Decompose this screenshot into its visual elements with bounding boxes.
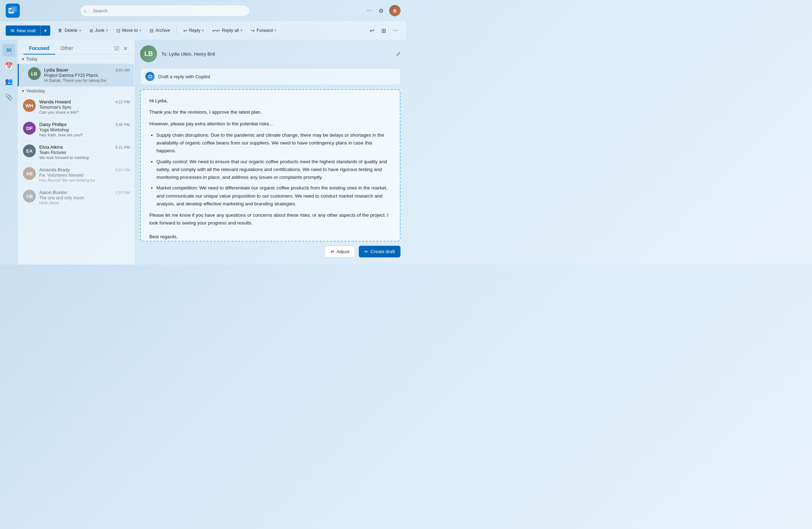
adjust-icon: ⇌ [330,249,334,254]
forward-dropdown-icon: ▾ [275,29,276,32]
draft-greeting: Hi Lydia, [149,97,391,105]
avatar-lydia-bauer: LB [28,67,41,80]
email-time: 1:07 PM [115,190,130,195]
email-to-line: To: Lydia Utkin, Henry Brill [161,51,215,57]
draft-signature: Best regards, Babak [149,233,391,241]
draft-paragraph1: Thank you for the revisions, I approve t… [149,108,391,116]
email-subject: Team Pictures [39,150,130,155]
email-item-elvia-atkins[interactable]: EA Elvia Atkins 5:21 PM Team Pictures We… [18,141,134,164]
delete-button[interactable]: 🗑 Delete ▾ [54,26,84,35]
email-time: 5:21 PM [115,145,130,149]
reply-icon: ↩ [183,28,187,33]
junk-dropdown-icon: ▾ [106,29,108,32]
sender-name: Daisy Phillips [39,122,67,127]
email-preview: We look forward to meeting [39,155,130,160]
svg-rect-1 [11,6,17,12]
email-time: 3:45 PM [115,123,130,127]
yesterday-label: Yesterday [26,89,45,93]
copilot-banner[interactable]: Draft a reply with Copilot [140,68,401,85]
email-preview: Hi Babak, Thank you for taking the [44,78,130,83]
reply-label: Reply [189,28,200,33]
junk-button[interactable]: ⊘ Junk ▾ [86,26,111,35]
reading-pane: LB To: Lydia Utkin, Henry Brill ⤢ Draft … [134,40,406,264]
email-item-wanda-howard[interactable]: WH Wanda Howard 4:22 PM Tomorrow's Sync … [18,96,134,118]
email-content: Elvia Atkins 5:21 PM Team Pictures We lo… [39,144,130,160]
forward-label: Forward [257,28,273,33]
reply-all-button[interactable]: ↩↩ Reply all ▾ [209,26,246,35]
sender-name: Wanda Howard [39,99,71,104]
new-mail-label: New mail [17,28,35,33]
email-subject: The one and only moon [39,195,130,200]
avatar-daisy-phillips: DP [23,122,36,135]
email-preview: Can you share a link? [39,110,130,114]
tab-actions: ☑ ≡ [113,44,128,53]
draft-bullet-2: Quality control: We need to ensure that … [156,158,391,182]
email-content: Wanda Howard 4:22 PM Tomorrow's Sync Can… [39,99,130,114]
email-item-amanda-brady[interactable]: AB Amanda Brady 3:07 PM Fw: Volunteers N… [18,164,134,186]
adjust-button[interactable]: ⇌ Adjust [324,246,355,257]
email-subject: Yoga Workshop [39,127,130,132]
draft-bullet-1: Supply chain disruptions: Due to the pan… [156,131,391,155]
filter-select-button[interactable]: ☑ [113,44,120,53]
sort-filter-button[interactable]: ≡ [122,44,128,53]
grid-button[interactable]: ⊞ [379,25,389,36]
yesterday-section-header[interactable]: ▾ Yesterday [18,86,134,96]
email-preview: Hello there [39,201,130,205]
email-item-aaron-buxton[interactable]: AB Aaron Buxton 1:07 PM The one and only… [18,186,134,209]
delete-dropdown-icon: ▾ [79,29,81,32]
delete-icon: 🗑 [58,28,63,33]
tab-other[interactable]: Other [55,42,79,55]
email-header: LB To: Lydia Utkin, Henry Brill ⤢ [140,45,401,62]
search-input[interactable] [80,5,250,17]
expand-icon: › [23,67,24,72]
avatar-wanda-howard: WH [23,99,36,112]
new-mail-button[interactable]: ✉ New mail ▾ [6,25,50,36]
move-icon: ⊡ [116,28,120,33]
bottom-action-bar: ⇌ Adjust ✏ Create draft [140,241,401,259]
copilot-icon [145,72,155,81]
avatar[interactable]: B [389,5,401,16]
email-preview: Hey Alumni! We are looking for [39,178,130,182]
today-caret-icon: ▾ [22,57,24,62]
sender-avatar-large: LB [140,45,157,62]
email-content: Aaron Buxton 1:07 PM The one and only mo… [39,190,130,205]
create-draft-button[interactable]: ✏ Create draft [359,246,401,257]
avatar-aaron-buxton: AB [23,190,36,203]
draft-sign-off: Best regards, [149,233,391,241]
tab-focused[interactable]: Focused [23,42,55,55]
today-section-header[interactable]: ▾ Today [18,55,134,64]
email-list: Focused Other ☑ ≡ ▾ Today › LB Lydia Bau… [18,40,134,264]
archive-button[interactable]: ⊟ Archive [146,26,174,35]
left-nav: ✉ 📅 👥 📎 [0,40,18,264]
move-to-label: Move to [122,28,138,33]
email-time: 4:22 PM [115,100,130,104]
reply-button[interactable]: ↩ Reply ▾ [180,26,207,35]
expand-email-button[interactable]: ⤢ [396,51,401,57]
app-icon: M [6,4,20,18]
nav-people[interactable]: 👥 [2,75,15,88]
draft-area[interactable]: Hi Lydia, Thank you for the revisions, I… [140,89,401,241]
archive-icon: ⊟ [150,28,154,33]
forward-icon: ↪ [251,28,255,33]
today-label: Today [26,57,38,62]
top-right-actions: ··· ⚙ B [365,5,401,16]
nav-mail[interactable]: ✉ [2,44,15,57]
reply-all-dropdown-icon: ▾ [241,29,242,32]
more-options-button[interactable]: ··· [365,6,373,15]
yesterday-caret-icon: ▾ [22,89,24,93]
nav-attachments[interactable]: 📎 [2,91,15,103]
email-item-daisy-phillips[interactable]: DP Daisy Phillips 3:45 PM Yoga Workshop … [18,118,134,141]
toolbar-right-actions: ↩ ⊞ ··· [367,25,401,36]
forward-button[interactable]: ↪ Forward ▾ [247,26,280,35]
overflow-button[interactable]: ··· [390,25,401,36]
create-draft-icon: ✏ [364,249,368,254]
nav-calendar[interactable]: 📅 [2,59,15,72]
junk-label: Junk [95,28,104,33]
move-to-button[interactable]: ⊡ Move to ▾ [113,26,145,35]
search-icon: ⌕ [84,8,87,13]
email-subject: Fw: Volunteers Needed [39,173,130,178]
email-item-lydia-bauer[interactable]: › LB Lydia Bauer 9:00 AM Project Gamma F… [18,64,134,86]
create-draft-label: Create draft [370,249,395,254]
undo-button[interactable]: ↩ [367,25,377,36]
settings-button[interactable]: ⚙ [377,6,385,16]
